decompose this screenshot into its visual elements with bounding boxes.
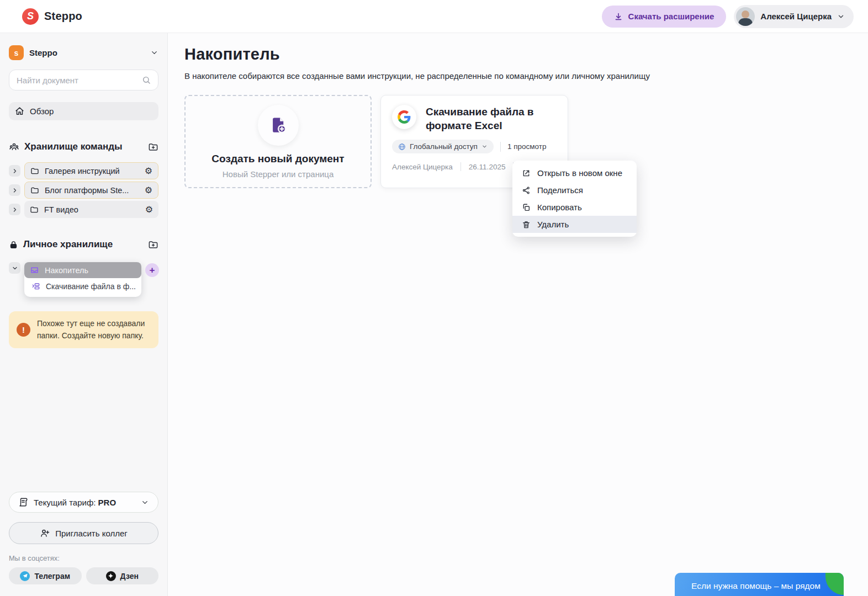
expand-folder-icon[interactable]	[9, 204, 20, 215]
folder-label: Галерея инструкций	[45, 167, 139, 175]
team-folder-list: Галерея инструкций ⚙ Блог платформы Ste.…	[9, 162, 158, 218]
document-label: Скачивание файла в ф...	[46, 282, 136, 291]
team-storage-header: Хранилище команды	[9, 140, 158, 153]
sidebar: s Steppo Обзор Хранилище команды	[0, 33, 168, 596]
team-storage-title: Хранилище команды	[24, 141, 143, 152]
document-plus-icon	[269, 116, 288, 135]
telegram-icon	[20, 571, 30, 581]
search-box	[9, 70, 158, 91]
plan-icon	[18, 497, 28, 507]
app-logo: S Steppo	[22, 8, 82, 25]
download-extension-label: Скачать расширение	[628, 12, 714, 21]
invite-colleagues-button[interactable]: Пригласить коллег	[9, 522, 158, 544]
dzen-label: Дзен	[120, 572, 139, 581]
access-label: Глобальный доступ	[410, 142, 478, 151]
sidebar-item-document[interactable]: Скачивание файла в ф...	[24, 278, 141, 295]
telegram-button[interactable]: Телеграм	[9, 567, 82, 584]
menu-item-copy[interactable]: Копировать	[512, 199, 637, 216]
chevron-down-icon	[837, 13, 845, 20]
folder-label: FT видео	[44, 205, 140, 214]
divider	[500, 142, 501, 152]
telegram-label: Телеграм	[34, 572, 70, 581]
sidebar-item-inbox[interactable]: Накопитель	[24, 262, 141, 278]
add-document-button[interactable]: +	[145, 263, 159, 277]
expand-folder-icon[interactable]	[9, 165, 20, 177]
folder-row: FT видео ⚙	[9, 201, 158, 218]
menu-item-label: Копировать	[537, 203, 582, 212]
context-menu: Открыть в новом окне Поделиться Копирова…	[512, 161, 637, 237]
plan-label: Текущий тариф:	[34, 498, 96, 507]
collapse-inbox-icon[interactable]	[9, 262, 20, 274]
leaf-icon	[825, 573, 844, 595]
download-extension-button[interactable]: Скачать расширение	[602, 6, 727, 28]
chevron-down-icon	[481, 143, 488, 150]
menu-item-label: Удалить	[537, 220, 569, 229]
personal-storage-header: Личное хранилище	[9, 238, 158, 251]
workspace-badge: s	[9, 45, 24, 60]
divider	[461, 162, 461, 171]
inbox-label: Накопитель	[45, 266, 88, 275]
help-chat-widget[interactable]: Если нужна помощь – мы рядом	[675, 573, 844, 596]
workspace-name: Steppo	[29, 48, 145, 57]
search-input[interactable]	[17, 76, 142, 85]
warning-icon: !	[17, 323, 30, 337]
lock-icon	[9, 240, 18, 249]
plan-value: PRO	[98, 498, 117, 507]
menu-item-delete[interactable]: Удалить	[512, 216, 637, 233]
folder-icon	[30, 186, 39, 195]
create-document-card[interactable]: Создать новый документ Новый Stepper или…	[184, 95, 372, 188]
menu-item-share[interactable]: Поделиться	[512, 182, 637, 199]
personal-storage-title: Личное хранилище	[23, 239, 143, 250]
user-name: Алексей Цицерка	[760, 12, 832, 21]
document-title: Скачивание файла в формате Excel	[426, 105, 557, 132]
current-plan-button[interactable]: Текущий тариф: PRO	[9, 492, 158, 513]
invite-colleagues-label: Пригласить коллег	[55, 529, 128, 538]
steppo-logo-icon: S	[22, 8, 39, 25]
trash-icon	[521, 220, 531, 229]
add-folder-icon[interactable]	[148, 240, 158, 250]
sidebar-item-folder[interactable]: Блог платформы Ste... ⚙	[24, 182, 158, 199]
team-icon	[9, 142, 19, 152]
download-icon	[614, 12, 623, 21]
home-icon	[15, 107, 24, 116]
gear-icon[interactable]: ⚙	[145, 186, 152, 195]
expand-folder-icon[interactable]	[9, 184, 20, 196]
sidebar-item-folder[interactable]: Галерея инструкций ⚙	[24, 162, 158, 179]
folder-label: Блог платформы Ste...	[45, 186, 139, 195]
copy-icon	[521, 203, 531, 212]
views-count: 1 просмотр	[507, 142, 547, 151]
user-menu[interactable]: Алексей Цицерка	[734, 5, 854, 28]
google-icon	[392, 105, 416, 129]
access-dropdown[interactable]: Глобальный доступ	[392, 140, 494, 153]
page-description: В накопителе собираются все созданные ва…	[184, 71, 868, 81]
menu-item-label: Открыть в новом окне	[537, 168, 622, 178]
top-header: S Steppo Скачать расширение Алексей Цице…	[0, 0, 868, 33]
menu-item-label: Поделиться	[537, 185, 583, 195]
chevron-down-icon	[141, 498, 149, 507]
sidebar-item-folder[interactable]: FT видео ⚙	[24, 201, 158, 218]
inbox-group: Накопитель Скачивание файла в ф... +	[9, 262, 158, 297]
globe-icon	[398, 143, 406, 151]
overview-label: Обзор	[30, 107, 54, 116]
empty-folders-hint-text: Похоже тут еще не создавали папки. Созда…	[37, 318, 151, 342]
gear-icon[interactable]: ⚙	[145, 205, 153, 214]
create-document-subtitle: Новый Stepper или страница	[223, 169, 334, 179]
user-plus-icon	[40, 528, 50, 538]
help-chat-message: Если нужна помощь – мы рядом	[691, 581, 821, 591]
inbox-icon	[30, 265, 39, 275]
menu-item-open-new-window[interactable]: Открыть в новом окне	[512, 164, 637, 182]
add-folder-icon[interactable]	[148, 142, 158, 152]
empty-folders-hint: ! Похоже тут еще не создавали папки. Соз…	[9, 311, 158, 348]
dzen-button[interactable]: Дзен	[86, 567, 159, 584]
sidebar-item-overview[interactable]: Обзор	[9, 102, 158, 120]
folder-icon	[30, 167, 39, 175]
sidebar-footer: Текущий тариф: PRO Пригласить коллег Мы …	[9, 492, 158, 584]
workspace-selector[interactable]: s Steppo	[9, 45, 158, 60]
dzen-icon	[106, 571, 116, 581]
avatar	[736, 7, 755, 26]
external-link-icon	[521, 169, 531, 178]
document-author: Алексей Цицерка	[392, 163, 453, 171]
inbox-card: Накопитель Скачивание файла в ф...	[24, 262, 141, 297]
chevron-down-icon	[150, 49, 158, 57]
gear-icon[interactable]: ⚙	[145, 167, 152, 175]
